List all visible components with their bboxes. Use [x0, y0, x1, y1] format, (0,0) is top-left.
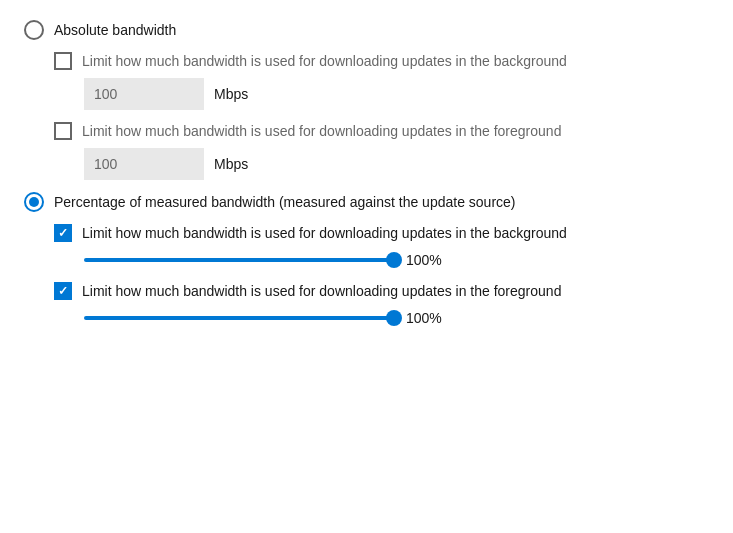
abs-foreground-input[interactable] — [84, 148, 204, 180]
pct-background-value: 100% — [406, 252, 446, 268]
pct-background-slider-row: 100% — [84, 250, 709, 270]
abs-foreground-label: Limit how much bandwidth is used for dow… — [82, 123, 561, 139]
percentage-bandwidth-section: Percentage of measured bandwidth (measur… — [24, 192, 709, 328]
abs-background-input-row: Mbps — [84, 78, 709, 110]
pct-background-slider-container[interactable] — [84, 250, 394, 270]
abs-background-checkbox[interactable] — [54, 52, 72, 70]
pct-foreground-slider-container[interactable] — [84, 308, 394, 328]
abs-background-input[interactable] — [84, 78, 204, 110]
pct-foreground-slider-row: 100% — [84, 308, 709, 328]
pct-foreground-slider-thumb[interactable] — [386, 310, 402, 326]
absolute-bandwidth-section: Absolute bandwidth Limit how much bandwi… — [24, 20, 709, 180]
abs-background-label: Limit how much bandwidth is used for dow… — [82, 53, 567, 69]
absolute-bandwidth-radio[interactable] — [24, 20, 44, 40]
abs-background-unit: Mbps — [214, 86, 248, 102]
abs-foreground-checkbox-row[interactable]: Limit how much bandwidth is used for dow… — [54, 122, 709, 140]
pct-foreground-label: Limit how much bandwidth is used for dow… — [82, 283, 561, 299]
pct-foreground-slider-track — [84, 316, 394, 320]
abs-foreground-checkbox[interactable] — [54, 122, 72, 140]
absolute-bandwidth-label: Absolute bandwidth — [54, 22, 176, 38]
abs-foreground-input-row: Mbps — [84, 148, 709, 180]
abs-background-checkbox-row[interactable]: Limit how much bandwidth is used for dow… — [54, 52, 709, 70]
percentage-bandwidth-radio-row[interactable]: Percentage of measured bandwidth (measur… — [24, 192, 709, 212]
percentage-bandwidth-label: Percentage of measured bandwidth (measur… — [54, 194, 516, 210]
absolute-bandwidth-radio-row[interactable]: Absolute bandwidth — [24, 20, 709, 40]
pct-background-slider-thumb[interactable] — [386, 252, 402, 268]
pct-background-label: Limit how much bandwidth is used for dow… — [82, 225, 567, 241]
pct-foreground-checkbox-row[interactable]: Limit how much bandwidth is used for dow… — [54, 282, 709, 300]
abs-foreground-unit: Mbps — [214, 156, 248, 172]
pct-foreground-value: 100% — [406, 310, 446, 326]
pct-background-checkbox[interactable] — [54, 224, 72, 242]
pct-background-checkbox-row[interactable]: Limit how much bandwidth is used for dow… — [54, 224, 709, 242]
percentage-bandwidth-radio[interactable] — [24, 192, 44, 212]
pct-foreground-checkbox[interactable] — [54, 282, 72, 300]
pct-background-slider-track — [84, 258, 394, 262]
